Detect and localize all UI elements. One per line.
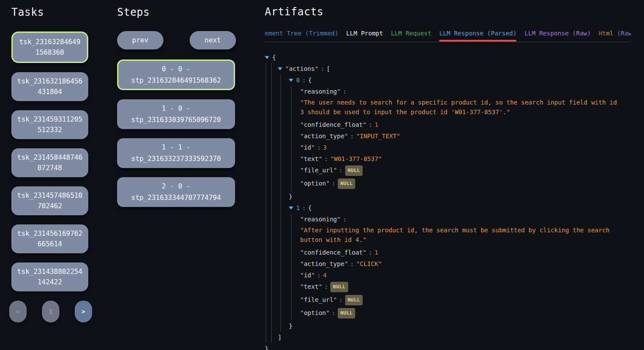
- task-item[interactable]: tsk_231457486510702462: [11, 186, 88, 215]
- null-badge: NULL: [345, 295, 363, 305]
- json-colon: :: [317, 272, 321, 279]
- json-colon: :: [302, 204, 305, 211]
- json-field-confidence-float: confidence_float:1: [300, 119, 631, 130]
- tab-html-raw-label-raw: (Raw): [613, 30, 631, 37]
- json-field-option: option:NULL: [300, 307, 631, 320]
- task-item[interactable]: tsk_231458448746072748: [11, 148, 88, 177]
- tab-llm-prompt[interactable]: LLM Prompt: [346, 30, 383, 42]
- json-colon: :: [302, 77, 305, 84]
- null-badge: NULL: [345, 165, 363, 176]
- json-field-confidence-float: confidence_float:1: [300, 247, 631, 258]
- json-field-reasoning: reasoning:: [300, 214, 631, 225]
- json-key: id: [300, 144, 315, 151]
- tab-llm-request[interactable]: LLM Request: [391, 30, 432, 42]
- task-list: tsk_231632846491568360 tsk_2316321864564…: [11, 32, 88, 291]
- json-close-brace: }: [289, 322, 292, 329]
- json-colon: :: [339, 167, 343, 174]
- json-colon: :: [325, 283, 328, 290]
- json-field-id: id:4: [300, 270, 631, 281]
- step-item[interactable]: 1 - 0 - stp_231633039765096720: [117, 99, 235, 129]
- prev-step-button[interactable]: prev: [117, 31, 163, 49]
- json-number-value: 3: [323, 144, 326, 151]
- collapse-triangle-icon[interactable]: [289, 79, 293, 82]
- next-step-button[interactable]: next: [190, 31, 236, 49]
- json-open-brace: {: [308, 204, 312, 211]
- json-colon: :: [339, 296, 343, 303]
- json-index: 1: [296, 204, 300, 211]
- step-item[interactable]: 1 - 1 - stp_231633237333592370: [117, 138, 235, 168]
- null-badge: NULL: [330, 282, 348, 292]
- json-colon: :: [317, 144, 321, 151]
- steps-panel: Steps prev next 0 - 0 - stp_231632846491…: [117, 6, 236, 216]
- tab-llm-response-raw[interactable]: LLM Response (Raw): [524, 30, 591, 42]
- json-field-file-url: file_url:NULL: [300, 164, 631, 178]
- json-key: file_url: [300, 167, 337, 174]
- task-item[interactable]: tsk_231456169762665614: [11, 224, 88, 253]
- json-key: confidence_float: [300, 121, 367, 128]
- json-level-2: 0:{ reasoning: The user needs to search …: [280, 74, 631, 332]
- tab-html-raw-label-html: Html: [599, 30, 613, 37]
- tasks-panel: Tasks tsk_231632846491568360 tsk_2316321…: [11, 6, 88, 322]
- json-item-1-row: 1:{: [289, 202, 631, 214]
- json-field-text: text:NULL: [300, 281, 631, 294]
- json-string-value: The user needs to search for a specific …: [300, 98, 617, 117]
- json-key: text: [300, 155, 322, 162]
- pagination-prev-button[interactable]: <: [9, 301, 27, 322]
- json-close-brace: }: [289, 193, 292, 200]
- json-root-children: actions:[ 0:{ reasoning: The user needs …: [266, 63, 631, 343]
- json-number-value: 4: [323, 272, 326, 279]
- tab-element-tree-trimmed[interactable]: Element Tree (Trimmed): [265, 30, 338, 42]
- json-key: action_type: [300, 260, 348, 267]
- json-colon: :: [369, 249, 372, 256]
- json-level-3: reasoning: The user needs to search for …: [291, 86, 631, 191]
- json-root-close-row: }: [265, 343, 631, 350]
- json-actions-row: actions:[: [278, 63, 631, 74]
- json-item-0-row: 0:{: [289, 74, 631, 86]
- json-open-brace: {: [308, 77, 312, 84]
- task-item[interactable]: tsk_231438802254142422: [11, 262, 88, 291]
- json-key: reasoning: [300, 88, 341, 95]
- pagination-page-1-button[interactable]: 1: [42, 301, 59, 322]
- null-badge: NULL: [338, 308, 356, 318]
- json-open-brace: {: [272, 54, 276, 61]
- json-number-value: 1: [374, 249, 378, 256]
- json-field-option: option:NULL: [300, 178, 631, 191]
- json-key: file_url: [300, 296, 337, 303]
- collapse-triangle-icon[interactable]: [289, 206, 293, 210]
- json-close-bracket: ]: [278, 334, 281, 341]
- json-level-3: reasoning: After inputting the product i…: [291, 214, 631, 320]
- json-field-reasoning: reasoning:: [300, 86, 631, 97]
- json-colon: :: [325, 155, 328, 162]
- task-item-selected[interactable]: tsk_231632846491568360: [11, 32, 88, 63]
- json-field-text: text:W01-377-8537: [300, 153, 631, 164]
- null-badge: NULL: [338, 178, 356, 189]
- task-item[interactable]: tsk_231459311205512332: [11, 110, 88, 139]
- json-colon: :: [369, 121, 372, 128]
- json-colon: :: [332, 180, 335, 187]
- json-key: actions: [285, 65, 319, 72]
- step-nav: prev next: [117, 31, 236, 49]
- json-string-value: After inputting the product id, the sear…: [300, 225, 617, 245]
- step-item[interactable]: 2 - 0 - stp_231633344707774794: [117, 177, 235, 207]
- tab-html-raw[interactable]: Html (Raw): [599, 30, 631, 42]
- json-field-id: id:3: [300, 142, 631, 153]
- json-root-row: {: [265, 52, 631, 63]
- json-string-value: W01-377-8537: [330, 155, 382, 162]
- json-key: confidence_float: [300, 249, 367, 256]
- artifacts-title: Artifacts: [265, 6, 631, 18]
- json-key: id: [300, 272, 315, 279]
- json-viewer: { actions:[ 0:{ reasoning: The user need…: [265, 52, 631, 350]
- tasks-title: Tasks: [11, 6, 88, 18]
- json-open-bracket: [: [326, 65, 330, 72]
- json-field-action-type: action_type:INPUT_TEXT: [300, 130, 631, 142]
- tab-llm-response-parsed[interactable]: LLM Response (Parsed): [439, 30, 516, 42]
- json-field-action-type: action_type:CLICK: [300, 258, 631, 270]
- json-string-value: CLICK: [356, 260, 382, 267]
- step-item-selected[interactable]: 0 - 0 - stp_231632846491568362: [117, 60, 235, 90]
- collapse-triangle-icon[interactable]: [278, 67, 282, 70]
- pagination-next-button[interactable]: >: [75, 301, 92, 322]
- task-item[interactable]: tsk_231632186456431804: [11, 72, 88, 101]
- artifacts-tab-bar: Element Tree (Trimmed) LLM Prompt LLM Re…: [265, 30, 631, 42]
- json-key: reasoning: [300, 216, 341, 223]
- collapse-triangle-icon[interactable]: [265, 56, 269, 59]
